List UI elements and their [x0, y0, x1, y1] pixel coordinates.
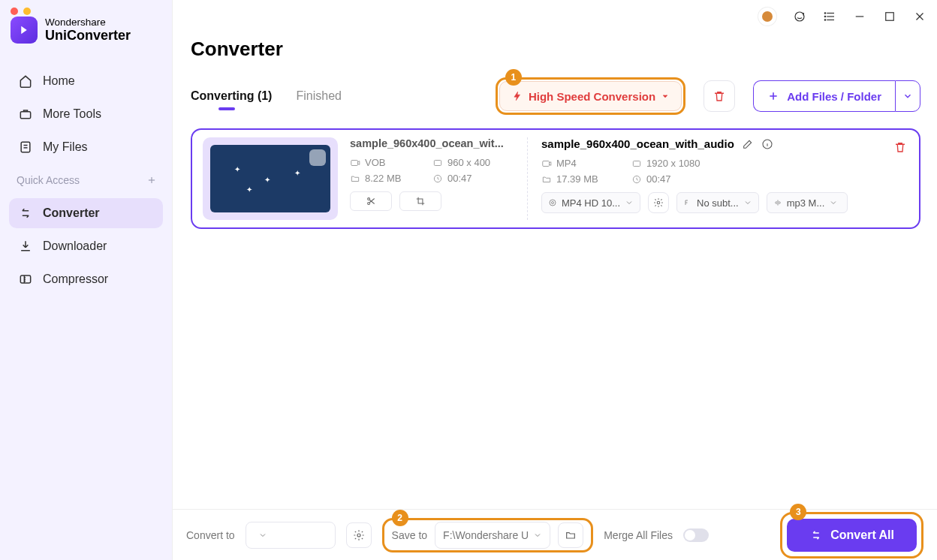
callout-3-frame: 3 Convert All	[780, 512, 923, 558]
sidebar-item-compressor[interactable]: Compressor	[9, 264, 163, 294]
source-column: sample_960x400_ocean_wit... VOB 960 x 40…	[350, 137, 515, 220]
svg-point-34	[357, 534, 360, 537]
caret-down-icon	[625, 198, 634, 207]
quick-access-label: Quick Access	[17, 174, 80, 186]
compressor-icon	[18, 272, 33, 287]
preset-select[interactable]: MP4 HD 10...	[541, 192, 640, 213]
svg-point-5	[824, 16, 826, 17]
high-speed-conversion-button[interactable]: High Speed Conversion	[499, 81, 682, 111]
minimize-dot-icon[interactable]	[23, 8, 31, 15]
sidebar: Wondershare UniConverter Home More Tools…	[0, 0, 173, 560]
sidebar-item-label: Compressor	[43, 272, 108, 286]
plus-icon[interactable]	[146, 175, 157, 185]
subtitle-select[interactable]: No subt...	[676, 192, 759, 213]
dst-duration: 00:47	[631, 173, 737, 185]
save-to-select[interactable]: F:\Wondershare U	[435, 522, 550, 549]
svg-point-32	[552, 202, 554, 204]
target-filename: sample_960x400_ocean_with_audio	[541, 137, 734, 150]
trash-icon	[893, 140, 907, 154]
bolt-icon	[512, 91, 523, 101]
convert-all-label: Convert All	[830, 528, 894, 542]
callout-2-frame: 2 Save to F:\Wondershare U	[382, 518, 594, 552]
svg-rect-29	[633, 161, 640, 166]
folder-icon	[565, 529, 577, 541]
sidebar-item-home[interactable]: Home	[9, 66, 163, 96]
preset-settings-button[interactable]	[648, 192, 669, 213]
sidebar-item-label: Converter	[43, 206, 100, 220]
minimize-icon[interactable]	[853, 10, 866, 23]
trim-button[interactable]	[350, 191, 392, 211]
convert-settings-button[interactable]	[346, 522, 372, 548]
support-icon[interactable]	[793, 10, 806, 23]
crop-button[interactable]	[399, 191, 441, 211]
trash-icon	[713, 89, 726, 103]
video-thumbnail[interactable]: ✦ ✦ ✦ ✦	[210, 145, 330, 212]
footer-bar: Convert to 2 Save to F:\Wondershare U Me…	[173, 509, 937, 560]
add-files-group: Add Files / Folder	[753, 80, 920, 112]
edit-name-icon[interactable]	[742, 138, 754, 150]
menu-list-icon[interactable]	[823, 10, 836, 23]
brand-line1: Wondershare	[45, 17, 131, 28]
sidebar-item-converter[interactable]: Converter	[9, 198, 163, 228]
info-icon[interactable]	[761, 138, 773, 150]
sidebar-item-my-files[interactable]: My Files	[9, 132, 163, 162]
dst-format: MP4	[541, 158, 631, 169]
converter-icon	[18, 206, 33, 221]
toolbox-icon	[18, 107, 33, 122]
caret-down-icon	[258, 531, 267, 540]
scissors-icon	[366, 196, 376, 206]
svg-rect-11	[20, 112, 30, 119]
file-card: ✦ ✦ ✦ ✦ sample_960x400_ocean_wit... VOB …	[191, 128, 920, 229]
tab-finished[interactable]: Finished	[296, 89, 341, 103]
maximize-icon[interactable]	[883, 10, 896, 23]
sidebar-item-label: Downloader	[43, 239, 107, 253]
close-icon[interactable]	[913, 10, 926, 23]
home-icon	[18, 74, 33, 89]
add-files-button[interactable]: Add Files / Folder	[753, 80, 895, 112]
clear-list-button[interactable]	[704, 80, 735, 112]
remove-file-button[interactable]	[893, 140, 907, 157]
brand-line2: UniConverter	[45, 29, 131, 43]
high-speed-label: High Speed Conversion	[529, 90, 655, 103]
convert-all-button[interactable]: Convert All	[787, 519, 917, 552]
sidebar-item-more-tools[interactable]: More Tools	[9, 99, 163, 129]
sidebar-item-downloader[interactable]: Downloader	[9, 231, 163, 261]
src-resolution: 960 x 400	[432, 157, 515, 168]
audio-wave-icon	[773, 198, 782, 207]
logo-mark-icon	[11, 17, 38, 44]
caret-down-icon	[533, 531, 542, 540]
src-format: VOB	[350, 157, 432, 168]
subtitle-icon	[683, 198, 692, 207]
open-folder-button[interactable]	[558, 522, 583, 548]
thumbnail-wrap: ✦ ✦ ✦ ✦	[203, 137, 338, 220]
convert-to-select[interactable]	[246, 522, 336, 549]
download-icon	[18, 239, 33, 254]
caret-down-icon	[661, 92, 669, 100]
user-avatar[interactable]	[758, 8, 776, 26]
toolbar: Converting (1) Finished 1 High Speed Con…	[191, 77, 920, 115]
svg-point-6	[824, 20, 826, 21]
src-size: 8.22 MB	[350, 173, 432, 184]
svg-rect-12	[21, 142, 30, 152]
merge-toggle[interactable]	[683, 528, 709, 542]
source-filename: sample_960x400_ocean_wit...	[350, 137, 515, 149]
save-to-label: Save to	[392, 529, 427, 541]
close-dot-icon[interactable]	[11, 8, 18, 15]
svg-point-23	[368, 202, 370, 204]
src-duration: 00:47	[432, 173, 515, 184]
svg-rect-21	[434, 160, 441, 165]
audio-select[interactable]: mp3 M...	[767, 192, 848, 213]
convert-to-label: Convert to	[186, 529, 235, 541]
tab-converting[interactable]: Converting (1)	[191, 89, 272, 103]
quick-access-header: Quick Access	[0, 162, 172, 191]
caret-down-icon	[743, 198, 752, 207]
window-traffic-lights[interactable]	[11, 8, 31, 15]
svg-point-4	[824, 13, 826, 14]
sidebar-item-label: More Tools	[43, 107, 101, 121]
add-files-dropdown[interactable]	[895, 80, 920, 112]
app-logo: Wondershare UniConverter	[0, 17, 172, 59]
gear-icon	[353, 529, 365, 541]
dst-size: 17.39 MB	[541, 173, 631, 185]
page-title: Converter	[191, 38, 920, 61]
svg-rect-8	[886, 13, 894, 21]
